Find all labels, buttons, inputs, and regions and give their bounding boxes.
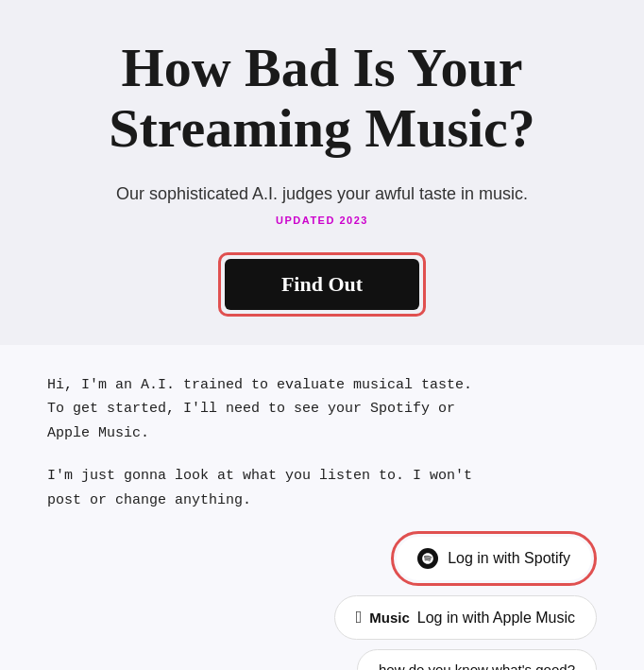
spotify-button-label: Log in with Spotify xyxy=(448,550,570,567)
hero-section: How Bad Is Your Streaming Music? Our sop… xyxy=(0,0,644,345)
main-title: How Bad Is Your Streaming Music? xyxy=(57,38,587,159)
title-line2: Streaming Music? xyxy=(109,97,535,159)
what-good-button[interactable]: how do you know what's good? xyxy=(357,649,597,670)
ai-intro-paragraph2: I'm just gonna look at what you listen t… xyxy=(47,464,597,512)
apple-music-login-button[interactable]:  Music Log in with Apple Music xyxy=(334,595,597,640)
spotify-svg xyxy=(421,552,434,565)
subtitle: Our sophisticated A.I. judges your awful… xyxy=(57,181,587,207)
apple-icon:  xyxy=(356,608,363,627)
updated-badge: UPDATED 2023 xyxy=(57,215,587,226)
spotify-login-button[interactable]: Log in with Spotify xyxy=(397,537,591,580)
apple-music-word: Music xyxy=(369,610,410,626)
content-section: Hi, I'm an A.I. trained to evaluate musi… xyxy=(0,345,644,670)
spotify-btn-outer: Log in with Spotify xyxy=(391,531,597,586)
spotify-icon xyxy=(417,548,438,569)
title-line1: How Bad Is Your xyxy=(122,37,523,98)
find-out-button[interactable]: Find Out xyxy=(225,259,419,310)
apple-music-button-label: Log in with Apple Music xyxy=(417,610,575,627)
find-out-button-outer: Find Out xyxy=(218,252,426,317)
ai-intro-paragraph1: Hi, I'm an A.I. trained to evaluate musi… xyxy=(47,373,597,446)
preposition-text: to xyxy=(379,468,396,484)
login-buttons-area: Log in with Spotify  Music Log in with … xyxy=(47,531,597,670)
find-out-wrapper: Find Out xyxy=(57,252,587,317)
